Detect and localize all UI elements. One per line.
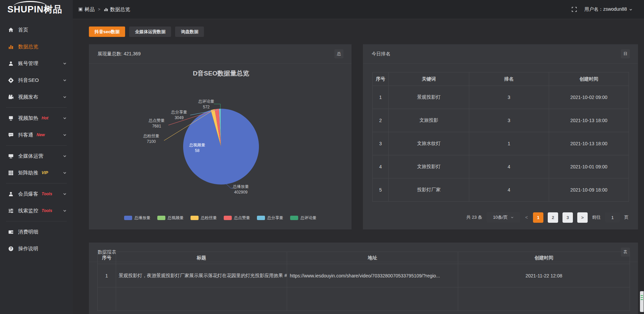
user-menu[interactable]: 用户名：zswodun88 [584, 6, 633, 12]
breadcrumb-root[interactable]: 树品 [78, 6, 95, 13]
legend-item-comments[interactable]: 总评论量 [290, 215, 317, 221]
home-icon [8, 27, 14, 33]
breadcrumb: 树品 > 数据总览 [78, 6, 130, 13]
menu-divider [6, 107, 67, 108]
svg-text:?: ? [10, 247, 12, 250]
sidebar-item-member-burst[interactable]: 会员爆客 Tools [0, 186, 73, 202]
col-no: 序号 [373, 72, 389, 86]
legend-item-plays[interactable]: 总播放量 [124, 215, 151, 221]
col-title: 标题 [116, 252, 287, 264]
table-header-row: 序号 关键词 排名 创建时间 [373, 72, 629, 86]
total-toggle-button[interactable]: 总 [334, 49, 343, 58]
day-toggle-button[interactable]: 日 [621, 49, 630, 58]
wallet-icon [8, 229, 14, 235]
chevron-down-icon [63, 78, 67, 82]
next-page-button[interactable]: > [577, 212, 588, 223]
col-rank: 排名 [469, 72, 549, 86]
table-row: 3文旅水纹灯12021-10-13 18:00 [373, 132, 629, 155]
video-camera-icon [8, 94, 14, 100]
report-table: 序号 标题 地址 创建时间 1 景观投影灯，夜游景观投影灯厂家展示展示落花灯在花… [97, 252, 630, 311]
chevron-down-icon [511, 216, 514, 219]
sidebar-item-doketong[interactable]: 抖客通 New [0, 126, 73, 143]
fullscreen-icon[interactable] [572, 7, 577, 12]
sidebar-item-home[interactable]: 首页 [0, 21, 73, 38]
pie-chart: D音SEO数据量总览 总评论量572 总分享量3049 总点赞量7681 总粉丝… [89, 64, 352, 213]
hot-badge: Hot [42, 116, 48, 120]
brand-logo[interactable]: SHUPIN树品 [0, 0, 73, 19]
tab-omni-media-data[interactable]: 全媒体运营数据 [129, 27, 171, 37]
pie-svg [89, 64, 352, 213]
chevron-down-icon [63, 61, 67, 65]
topbar-right: 用户名：zswodun88 [572, 6, 633, 12]
app-mark-icon [78, 7, 83, 12]
chevron-down-icon [63, 192, 67, 196]
sidebar-item-omni-media[interactable]: 全媒体运营 [0, 148, 73, 164]
floating-widget[interactable] [640, 291, 644, 312]
gear-icon [8, 77, 14, 83]
pie-label-likes: 总点赞量7681 [149, 118, 165, 129]
table-row [98, 287, 630, 311]
page-size-select[interactable]: 10条/页 [487, 212, 520, 223]
member-icon [8, 191, 14, 197]
legend-item-fans[interactable]: 总粉丝量 [191, 215, 217, 221]
pie-label-plays: 总播放量402909 [233, 184, 249, 195]
user-icon [8, 61, 14, 66]
chevron-down-icon [63, 95, 67, 99]
sidebar-item-douyin-seo[interactable]: 抖音SEO [0, 72, 73, 89]
bar-chart-icon [8, 44, 14, 50]
sidebar: SHUPIN树品 首页 数据总览 账号管理 [0, 0, 73, 314]
page-button-1[interactable]: 1 [533, 212, 543, 223]
sliders-icon [8, 208, 14, 214]
tools-badge: Tools [42, 192, 52, 196]
chat-icon [8, 132, 14, 138]
col-created: 创建时间 [549, 72, 629, 86]
sidebar-item-help[interactable]: ? 操作说明 [0, 240, 73, 257]
chevron-down-icon [63, 154, 67, 158]
prev-page-button[interactable]: < [525, 215, 529, 220]
sidebar-item-video-publish[interactable]: 视频发布 [0, 89, 73, 105]
breadcrumb-current[interactable]: 数据总览 [104, 6, 130, 13]
legend-marker [257, 216, 265, 220]
sidebar-item-consume-detail[interactable]: 消费明细 [0, 223, 73, 240]
page-button-3[interactable]: 3 [562, 212, 573, 223]
video-title: 景观投影灯，夜游景观投影灯厂家展示展示落花灯在花园里的灯光投影应用效果 # [116, 264, 287, 287]
pagination-total: 共 23 条 [466, 214, 482, 220]
grid-icon [8, 170, 14, 176]
sidebar-item-matrix-boost[interactable]: 矩阵助推 VIP [0, 164, 73, 181]
breadcrumb-separator: > [98, 7, 100, 12]
menu-divider [6, 183, 67, 184]
pie-label-shares: 总分享量3049 [171, 109, 187, 121]
tab-inquiry-data[interactable]: 询盘数据 [175, 27, 204, 37]
legend-marker [224, 216, 232, 220]
monitor-icon [8, 153, 14, 159]
col-url: 地址 [287, 252, 458, 264]
sidebar-item-account[interactable]: 账号管理 [0, 55, 73, 72]
chart-panel-header: 展现量总数: 421,369 总 [89, 44, 352, 64]
chevron-down-icon [63, 171, 67, 175]
legend-item-videos[interactable]: 总视频量 [157, 215, 184, 221]
chart-legend: 总播放量 总视频量 总粉丝量 总点赞量 总分享量 总评论量 [89, 215, 352, 221]
video-link[interactable]: https://www.iesdouyin.com/share/video/70… [287, 264, 458, 287]
report-panel: 数据报表 表 序号 标题 地址 创建时间 1 景观投影灯，夜游景观投影灯厂家展示… [89, 243, 638, 314]
goto-page-input[interactable] [605, 212, 620, 222]
pie-label-videos: 总视频量58 [189, 142, 205, 154]
legend-item-likes[interactable]: 总点赞量 [224, 215, 250, 221]
sidebar-item-video-heat[interactable]: 视频加热 Hot [0, 110, 73, 126]
table-row: 5投影灯厂家42021-10-09 18:00 [373, 178, 629, 202]
table-row: 1 景观投影灯，夜游景观投影灯厂家展示展示落花灯在花园里的灯光投影应用效果 # … [98, 264, 630, 287]
ranking-title: 今日排名 [372, 51, 390, 57]
vip-badge: VIP [42, 170, 48, 175]
tab-douyin-seo-data[interactable]: 抖音seo数据 [89, 27, 125, 37]
col-no: 序号 [98, 252, 116, 264]
table-header-row: 序号 标题 地址 创建时间 [98, 252, 630, 264]
sidebar-menu: 首页 数据总览 账号管理 抖音 [0, 19, 73, 257]
goto-label: 前往 [592, 214, 601, 220]
page-button-2[interactable]: 2 [548, 212, 558, 223]
sidebar-item-data-overview[interactable]: 数据总览 [0, 38, 73, 55]
table-row: 4文旅投影灯42021-10-01 09:00 [373, 155, 629, 178]
legend-item-shares[interactable]: 总分享量 [257, 215, 283, 221]
new-badge: New [37, 133, 45, 137]
legend-marker [157, 216, 165, 220]
sidebar-item-lead-monitor[interactable]: 线索监控 Tools [0, 202, 73, 219]
chart-panel: 展现量总数: 421,369 总 D音SEO数据量总览 总评论量572 总分享量… [89, 44, 352, 229]
